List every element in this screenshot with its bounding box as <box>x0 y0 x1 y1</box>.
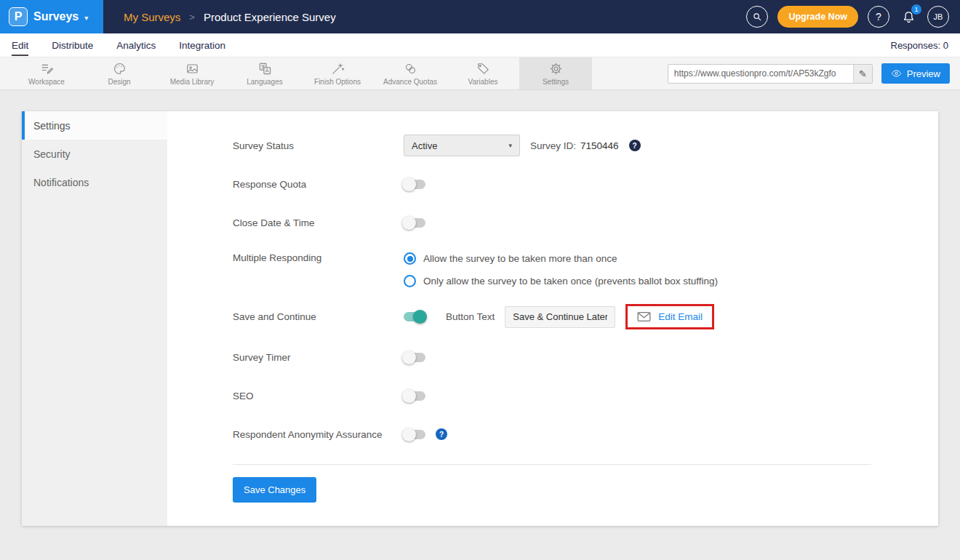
workspace-icon <box>40 62 54 76</box>
survey-id-help-icon[interactable]: ? <box>629 140 641 151</box>
edit-toolbar: Workspace Design Media Library Languages… <box>0 57 960 90</box>
questionpro-logo: P <box>9 7 28 26</box>
notification-count-badge: 1 <box>911 4 921 15</box>
radio-allow-multiple[interactable]: Allow the survey to be taken more than o… <box>404 252 718 265</box>
survey-status-dropdown[interactable]: Active ▾ <box>404 135 520 156</box>
edit-url-button[interactable]: ✎ <box>853 65 872 83</box>
radio-allow-once[interactable]: Only allow the survey to be taken once (… <box>404 275 718 287</box>
anonymity-label: Respondent Anonymity Assurance <box>233 429 404 440</box>
toolbar-item-label: Advance Quotas <box>383 78 437 86</box>
toolbar-item-settings[interactable]: Settings <box>519 57 592 89</box>
tab-edit[interactable]: Edit <box>12 34 28 56</box>
toolbar-item-label: Variables <box>468 78 498 86</box>
seo-row: SEO <box>233 385 938 407</box>
tab-analytics[interactable]: Analytics <box>116 34 156 56</box>
toolbar-item-label: Workspace <box>28 78 65 86</box>
anonymity-help-icon[interactable]: ? <box>436 428 447 440</box>
design-icon <box>113 62 127 76</box>
toolbar-item-design[interactable]: Design <box>83 57 156 89</box>
toolbar-right: ✎ Preview <box>668 57 950 89</box>
product-switcher[interactable]: P Surveys ▾ <box>0 0 103 33</box>
toolbar-item-languages[interactable]: Languages <box>228 57 301 89</box>
toolbar-item-label: Languages <box>247 78 283 86</box>
seo-label: SEO <box>233 391 404 401</box>
save-and-continue-toggle[interactable] <box>404 312 425 321</box>
multiple-responding-row: Multiple Responding Allow the survey to … <box>233 250 938 287</box>
toolbar-item-variables[interactable]: Variables <box>447 57 519 89</box>
toolbar-item-media-library[interactable]: Media Library <box>156 57 228 89</box>
eye-icon <box>891 69 902 78</box>
product-name: Surveys <box>33 10 79 23</box>
settings-sidebar: Settings Security Notifications <box>22 111 167 526</box>
response-quota-label: Response Quota <box>233 179 404 190</box>
edit-email-button[interactable]: Edit Email <box>625 304 714 329</box>
toggle-knob <box>413 310 427 324</box>
multiple-responding-options: Allow the survey to be taken more than o… <box>404 250 718 287</box>
help-button[interactable]: ? <box>868 6 889 28</box>
media-library-icon <box>185 62 199 76</box>
settings-gear-icon <box>549 62 563 76</box>
close-date-toggle[interactable] <box>404 218 425 228</box>
preview-button[interactable]: Preview <box>881 63 950 84</box>
preview-label: Preview <box>907 68 940 79</box>
sidebar-item-security[interactable]: Security <box>22 140 167 168</box>
user-avatar[interactable]: JB <box>927 6 949 28</box>
tab-distribute[interactable]: Distribute <box>52 34 93 56</box>
survey-nav-tabs: Edit Distribute Analytics Integration <box>12 34 225 56</box>
chevron-down-icon: ▾ <box>84 14 88 22</box>
multiple-responding-label: Multiple Responding <box>233 250 404 263</box>
sidebar-item-notifications[interactable]: Notifications <box>22 168 167 196</box>
survey-id-label: Survey ID: <box>530 140 576 151</box>
toolbar-item-label: Settings <box>543 78 569 86</box>
save-and-continue-row: Save and Continue Button Text Edit Email <box>233 304 938 329</box>
upgrade-now-button[interactable]: Upgrade Now <box>777 6 858 28</box>
form-divider <box>233 464 871 465</box>
settings-card: Settings Security Notifications Survey S… <box>22 111 938 526</box>
seo-toggle[interactable] <box>404 391 425 401</box>
settings-form: Survey Status Active ▾ Survey ID: 715044… <box>167 111 938 526</box>
response-quota-toggle[interactable] <box>404 180 425 189</box>
languages-icon <box>258 62 272 76</box>
response-quota-row: Response Quota <box>233 173 938 195</box>
topbar-actions: Upgrade Now ? 1 JB <box>746 6 960 28</box>
toolbar-item-finish-options[interactable]: Finish Options <box>301 57 374 89</box>
save-changes-button[interactable]: Save Changes <box>233 477 316 503</box>
notifications-button[interactable]: 1 <box>899 7 918 26</box>
survey-timer-label: Survey Timer <box>233 352 404 363</box>
envelope-icon <box>637 311 651 322</box>
toolbar-item-label: Finish Options <box>314 78 361 86</box>
toggle-knob <box>402 177 416 191</box>
survey-url-box: ✎ <box>668 64 873 84</box>
survey-id-value: 7150446 <box>580 140 619 151</box>
toolbar-item-workspace[interactable]: Workspace <box>10 57 83 89</box>
survey-timer-toggle[interactable] <box>404 353 425 362</box>
toolbar-item-advance-quotas[interactable]: Advance Quotas <box>374 57 447 89</box>
survey-url-input[interactable] <box>668 65 853 83</box>
radio-unselected-icon <box>404 275 416 287</box>
sidebar-item-settings[interactable]: Settings <box>22 111 167 140</box>
search-button[interactable] <box>746 6 768 28</box>
close-date-label: Close Date & Time <box>233 217 404 228</box>
breadcrumb-current-survey: Product Experience Survey <box>204 11 336 23</box>
main-content: Settings Security Notifications Survey S… <box>0 90 960 526</box>
button-text-label: Button Text <box>446 311 495 322</box>
anonymity-toggle[interactable] <box>404 430 425 439</box>
question-mark-icon: ? <box>876 11 881 23</box>
breadcrumb-separator-icon: > <box>189 12 195 23</box>
anonymity-row: Respondent Anonymity Assurance ? <box>233 423 938 445</box>
close-date-row: Close Date & Time <box>233 212 938 233</box>
responses-count: Responses: 0 <box>891 40 949 51</box>
toggle-knob <box>402 216 416 230</box>
survey-status-row: Survey Status Active ▾ Survey ID: 715044… <box>233 135 938 156</box>
chevron-down-icon: ▾ <box>508 142 512 149</box>
tab-integration[interactable]: Integration <box>179 34 225 56</box>
survey-status-label: Survey Status <box>233 140 404 151</box>
save-and-continue-label: Save and Continue <box>233 311 404 322</box>
edit-email-label: Edit Email <box>658 311 703 322</box>
pencil-icon: ✎ <box>859 68 867 79</box>
button-text-input[interactable] <box>505 306 615 328</box>
top-bar: P Surveys ▾ My Surveys > Product Experie… <box>0 0 960 33</box>
toolbar-item-label: Media Library <box>170 78 215 86</box>
breadcrumb-my-surveys[interactable]: My Surveys <box>124 11 180 23</box>
toolbar-item-label: Design <box>108 78 130 86</box>
